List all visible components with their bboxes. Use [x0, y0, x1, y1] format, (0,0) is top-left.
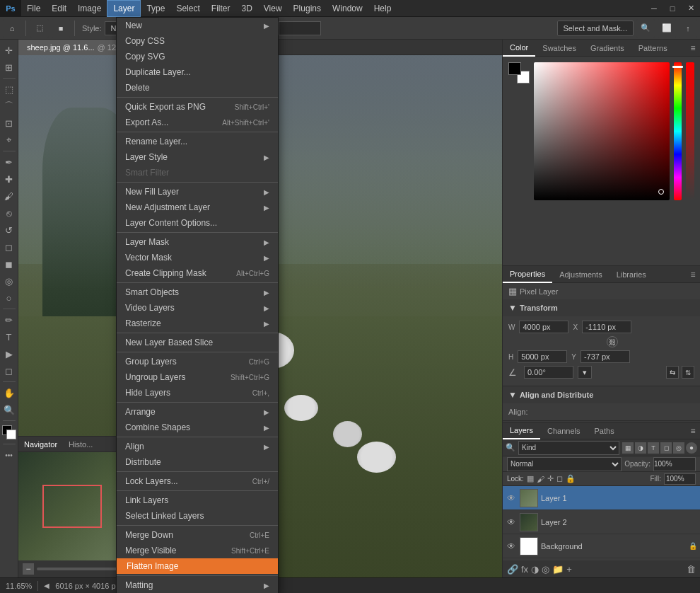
- menu-layer-content-options[interactable]: Layer Content Options...: [117, 215, 278, 231]
- delete-layer-btn[interactable]: 🗑: [687, 564, 696, 575]
- flip-h-button[interactable]: ⇆: [666, 366, 679, 379]
- new-adjustment-btn[interactable]: ◎: [542, 564, 549, 575]
- tab-gradients[interactable]: Gradients: [583, 40, 631, 57]
- fg-bg-swatches[interactable]: [508, 62, 530, 84]
- menu-duplicate-layer[interactable]: Duplicate Layer...: [117, 64, 278, 80]
- menu-flatten-image[interactable]: Flatten Image: [117, 558, 278, 574]
- more-tools[interactable]: •••: [1, 447, 17, 463]
- crop-tool[interactable]: ⌖: [1, 132, 17, 148]
- zoom-search-icon[interactable]: 🔍: [636, 19, 655, 38]
- object-selection-tool[interactable]: ⊡: [1, 115, 17, 131]
- filter-shape-btn[interactable]: ◻: [660, 442, 672, 454]
- eraser-tool[interactable]: ◻: [1, 239, 17, 255]
- tab-color[interactable]: Color: [503, 40, 535, 57]
- menu-plugins[interactable]: Plugins: [288, 0, 327, 17]
- lock-position-btn[interactable]: ✛: [547, 474, 554, 483]
- menu-edit[interactable]: Edit: [46, 0, 72, 17]
- menu-window[interactable]: Window: [327, 0, 368, 17]
- color-panel-menu[interactable]: ≡: [686, 40, 700, 57]
- channels-tab[interactable]: Channels: [540, 422, 587, 439]
- menu-delete[interactable]: Delete: [117, 80, 278, 96]
- navigator-tab[interactable]: Navigator: [18, 437, 63, 452]
- paths-tab[interactable]: Paths: [588, 422, 622, 439]
- marquee-tool[interactable]: ⬚: [30, 19, 49, 38]
- menu-new-layer-based-slice[interactable]: New Layer Based Slice: [117, 335, 278, 350]
- tab-patterns[interactable]: Patterns: [631, 40, 675, 57]
- flip-v-button[interactable]: ⇅: [682, 366, 694, 379]
- color-gradient-picker[interactable]: [534, 62, 670, 200]
- menu-export-as[interactable]: Export As... Alt+Shift+Ctrl+': [117, 115, 278, 130]
- brush-tool[interactable]: 🖌: [1, 188, 17, 204]
- menu-select[interactable]: Select: [170, 0, 205, 17]
- menu-select-linked-layers[interactable]: Select Linked Layers: [117, 508, 278, 524]
- menu-file[interactable]: File: [21, 0, 46, 17]
- lasso-tool[interactable]: ⌒: [1, 98, 17, 114]
- y-value-input[interactable]: [581, 350, 630, 363]
- menu-image[interactable]: Image: [72, 0, 107, 17]
- menu-copy-css[interactable]: Copy CSS: [117, 33, 278, 49]
- tab-properties[interactable]: Properties: [503, 266, 552, 283]
- transform-header[interactable]: ▼ Transform: [503, 299, 700, 316]
- add-mask-btn[interactable]: ◑: [531, 564, 539, 575]
- artboard-tool[interactable]: ⊞: [1, 59, 17, 75]
- menu-rename-layer[interactable]: Rename Layer...: [117, 134, 278, 149]
- menu-merge-visible[interactable]: Merge Visible Shift+Ctrl+E: [117, 543, 278, 558]
- view-options-icon[interactable]: ⬜: [658, 19, 676, 38]
- shape-tool[interactable]: ◻: [1, 363, 17, 379]
- angle-dropdown[interactable]: ▾: [578, 366, 592, 379]
- minimize-button[interactable]: ─: [645, 0, 663, 17]
- status-triangle-left[interactable]: ◀: [44, 582, 49, 589]
- blur-tool[interactable]: ◎: [1, 273, 17, 289]
- foreground-swatch[interactable]: [508, 62, 521, 75]
- menu-vector-mask[interactable]: Vector Mask ▶: [117, 250, 278, 265]
- maximize-button[interactable]: □: [663, 0, 682, 17]
- filter-kind-select[interactable]: Kind: [518, 441, 619, 455]
- pen-tool[interactable]: ✏: [1, 312, 17, 328]
- menu-new-fill-layer[interactable]: New Fill Layer ▶: [117, 184, 278, 200]
- tab-libraries[interactable]: Libraries: [609, 266, 653, 283]
- home-button[interactable]: ⌂: [3, 19, 21, 38]
- lock-all-btn[interactable]: 🔒: [566, 474, 576, 483]
- select-mask-button[interactable]: Select and Mask...: [557, 21, 634, 36]
- lock-image-btn[interactable]: 🖌: [537, 475, 544, 483]
- zoom-slider[interactable]: [37, 568, 119, 570]
- filter-type-btn[interactable]: T: [648, 442, 659, 454]
- layer-item-bg[interactable]: 👁 Background 🔒: [503, 534, 700, 558]
- clone-stamp-tool[interactable]: ⎋: [1, 205, 17, 221]
- menu-new-adjustment-layer[interactable]: New Adjustment Layer ▶: [117, 200, 278, 215]
- dodge-tool[interactable]: ○: [1, 290, 17, 306]
- menu-view[interactable]: View: [258, 0, 288, 17]
- menu-ungroup-layers[interactable]: Ungroup Layers Shift+Ctrl+G: [117, 369, 278, 385]
- link-layers-btn[interactable]: 🔗: [507, 564, 518, 575]
- layers-panel-menu[interactable]: ≡: [686, 422, 700, 439]
- layers-tab[interactable]: Layers: [503, 422, 540, 439]
- text-tool[interactable]: T: [1, 329, 17, 345]
- link-dimensions-button[interactable]: ⛓: [607, 336, 618, 347]
- menu-filter[interactable]: Filter: [206, 0, 236, 17]
- new-group-btn[interactable]: 📁: [552, 564, 564, 575]
- close-button[interactable]: ✕: [682, 0, 700, 17]
- layer-2-visibility[interactable]: 👁: [506, 517, 517, 528]
- width-value-input[interactable]: [519, 321, 568, 333]
- add-style-btn[interactable]: fx: [521, 564, 528, 575]
- menu-layer-style[interactable]: Layer Style ▶: [117, 149, 278, 165]
- layer-1-visibility[interactable]: 👁: [506, 493, 517, 504]
- menu-arrange[interactable]: Arrange ▶: [117, 404, 278, 420]
- height-input[interactable]: [279, 21, 321, 35]
- x-value-input[interactable]: [582, 321, 631, 333]
- menu-new[interactable]: New ▶: [117, 18, 278, 33]
- angle-input[interactable]: [524, 366, 573, 379]
- filter-toggle-btn[interactable]: ●: [686, 442, 697, 454]
- menu-lock-layers[interactable]: Lock Layers... Ctrl+/: [117, 473, 278, 489]
- zoom-tool[interactable]: 🔍: [1, 402, 17, 418]
- menu-smart-objects[interactable]: Smart Objects ▶: [117, 284, 278, 300]
- background-color[interactable]: [6, 430, 16, 439]
- menu-3d[interactable]: 3D: [235, 0, 257, 17]
- eyedropper-tool[interactable]: ✒: [1, 154, 17, 170]
- menu-type[interactable]: Type: [141, 0, 170, 17]
- opacity-input[interactable]: [653, 457, 696, 471]
- filter-pixel-btn[interactable]: ▦: [622, 442, 634, 454]
- tab-swatches[interactable]: Swatches: [535, 40, 583, 57]
- menu-combine-shapes[interactable]: Combine Shapes ▶: [117, 420, 278, 435]
- path-selection-tool[interactable]: ▶: [1, 346, 17, 362]
